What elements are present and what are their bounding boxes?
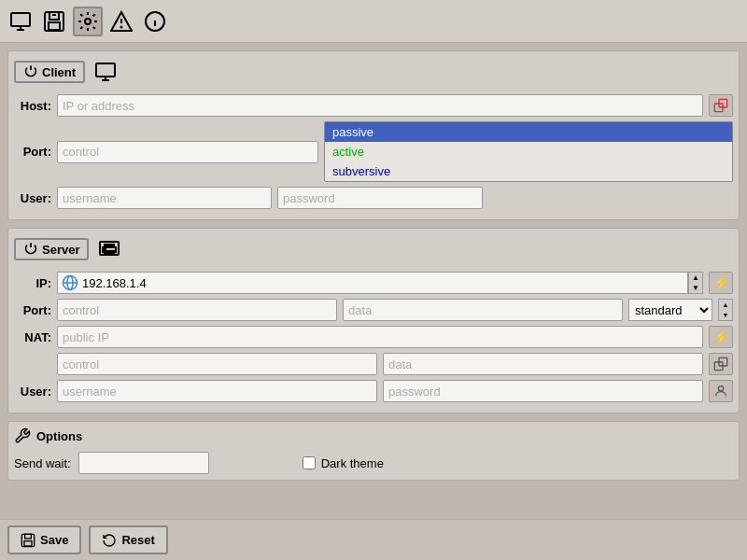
mode-subversive[interactable]: subversive [325,161,732,181]
nat-public-ip-input[interactable] [57,326,703,348]
server-power-icon [23,242,38,257]
toolbar [0,0,747,43]
mode-list: passive active subversive [324,121,733,182]
server-user-row: User: [14,380,733,402]
nat-control-input[interactable] [57,353,377,375]
ip-value: 192.168.1.4 [82,276,147,290]
dark-theme-group: Dark theme [303,456,384,470]
send-wait-row: Send wait: 200 Dark theme [14,452,733,474]
server-power-button[interactable]: Server [14,238,89,260]
host-input[interactable] [57,94,703,117]
server-port-control-input[interactable] [57,299,337,321]
mode-passive[interactable]: passive [325,122,732,142]
warning-icon[interactable] [106,7,136,36]
save-icon [21,533,35,548]
spinner-up[interactable]: ▲ [689,273,702,283]
server-section-header: Server [14,234,733,264]
port-label: Port: [14,145,51,159]
svg-rect-31 [24,540,32,545]
server-port-data-input[interactable] [343,299,623,321]
bottom-bar: Save Reset [0,519,747,560]
server-user-icon-button[interactable] [709,380,733,402]
svg-rect-30 [25,534,32,539]
spinner-down[interactable]: ▼ [689,283,702,293]
nat-data-input[interactable] [383,353,703,375]
options-header: Options [14,427,733,444]
nat-copy-button[interactable] [709,353,733,375]
host-label: Host: [14,99,51,113]
server-port-row: Port: standard custom ▲ ▼ [14,299,733,321]
wrench-icon [14,427,31,444]
info-icon[interactable] [140,7,170,36]
svg-rect-0 [11,13,30,26]
client-password-input[interactable] [277,187,483,209]
server-user-label: User: [14,385,51,399]
save-label: Save [40,533,68,547]
dark-theme-label: Dark theme [321,456,384,470]
reset-icon [102,533,117,548]
ip-display[interactable]: 192.168.1.4 [57,272,688,294]
reset-button[interactable]: Reset [89,525,167,554]
standard-spinner[interactable]: ▲ ▼ [718,299,733,321]
nat-row: NAT: ⚡ [14,326,733,348]
options-section: Options Send wait: 200 Dark theme [7,421,740,481]
port-row: Port: passive active subversive [14,121,733,182]
svg-point-7 [85,19,91,24]
reset-label: Reset [121,533,154,547]
options-title: Options [36,429,82,443]
svg-rect-22 [105,247,106,254]
host-row: Host: [14,94,733,117]
gear-icon[interactable] [73,7,103,36]
client-monitor-icon[interactable] [91,57,120,87]
server-monitor-icon[interactable] [94,234,124,264]
dark-theme-checkbox[interactable] [303,456,316,469]
power-icon [23,64,38,79]
copy-icon [713,357,728,371]
globe-icon [62,274,78,291]
mode-active[interactable]: active [325,142,732,161]
client-power-button[interactable]: Client [14,61,85,83]
server-section: Server IP: [7,228,740,413]
server-username-input[interactable] [57,380,377,402]
svg-point-9 [121,26,122,27]
nat-control-data-row [14,353,733,375]
monitor-icon[interactable] [6,7,35,36]
nat-lightning-button[interactable]: ⚡ [709,326,733,348]
ip-row: IP: 192.168.1.4 ▲ ▼ ⚡ [14,272,733,294]
user-label: User: [14,191,51,205]
server-title: Server [42,243,79,257]
paste-icon [713,98,728,113]
nat-label: NAT: [14,330,51,344]
send-wait-group: Send wait: 200 [14,452,209,474]
mode-dropdown[interactable]: passive active subversive [324,121,733,182]
svg-rect-13 [96,63,115,77]
server-password-input[interactable] [383,380,703,402]
save-button[interactable]: Save [7,525,81,554]
send-wait-input[interactable]: 200 [78,452,209,474]
ip-lightning-button[interactable]: ⚡ [709,272,733,294]
svg-rect-20 [105,245,114,246]
server-standard-select[interactable]: standard custom [628,299,712,321]
user-icon [713,384,728,399]
client-title: Client [42,65,76,79]
ip-spinner[interactable]: ▲ ▼ [688,272,703,294]
send-wait-label: Send wait: [14,456,71,470]
floppy-icon[interactable] [39,7,69,36]
client-port-input[interactable] [57,141,318,163]
client-section: Client Host: Port: [7,50,740,220]
svg-rect-5 [49,22,60,30]
host-paste-button[interactable] [709,94,733,117]
user-row: User: [14,187,733,209]
server-port-label: Port: [14,303,51,317]
client-section-header: Client [14,57,733,87]
client-username-input[interactable] [57,187,272,209]
ip-label: IP: [14,276,51,290]
svg-point-28 [718,386,723,391]
main-content: Client Host: Port: [0,43,747,496]
